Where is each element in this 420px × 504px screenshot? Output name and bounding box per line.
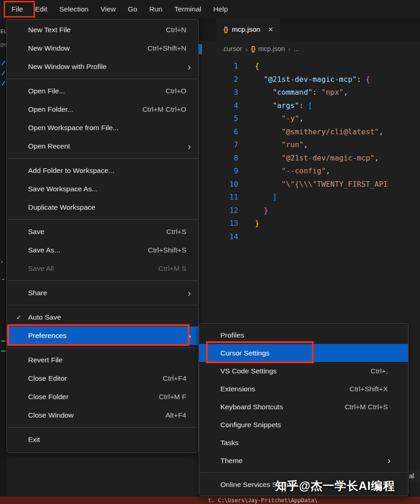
menu-item-save[interactable]: SaveCtrl+S <box>7 223 198 241</box>
menu-item-label: Revert File <box>28 356 186 364</box>
menubar-item-help[interactable]: Help <box>207 0 234 18</box>
shortcut-label: Alt+F4 <box>166 411 198 419</box>
line-number: 13 <box>199 217 238 230</box>
line-content: "--config", <box>255 165 330 178</box>
breadcrumb: .cursor › {} mcp.json › ... <box>199 40 420 57</box>
blue-indicator <box>199 44 202 54</box>
line-number: 8 <box>199 152 238 165</box>
menu-item-new-text-file[interactable]: New Text FileCtrl+N <box>7 21 198 39</box>
menubar-item-view[interactable]: View <box>94 0 121 18</box>
breadcrumb-folder[interactable]: .cursor <box>222 45 242 52</box>
code-line: 9 "--config", <box>199 165 420 178</box>
line-number: 3 <box>199 86 238 99</box>
menu-item-configure-snippets[interactable]: Configure Snippets <box>199 416 408 434</box>
line-number: 9 <box>199 165 238 178</box>
line-number: 6 <box>199 126 238 139</box>
menu-item-new-window-with-profile[interactable]: New Window with Profile› <box>7 57 198 76</box>
submenu-arrow-icon: › <box>188 62 198 72</box>
chevron-right-icon: › <box>245 45 247 53</box>
menu-separator <box>7 158 198 159</box>
menu-item-open-folder[interactable]: Open Folder...Ctrl+M Ctrl+O <box>7 100 198 119</box>
shortcut-label: Ctrl+Shift+S <box>148 246 198 254</box>
json-file-icon: {} <box>251 45 255 52</box>
menu-item-duplicate-workspace[interactable]: Duplicate Workspace <box>7 198 198 217</box>
line-content: "run", <box>255 138 308 152</box>
menu-item-add-folder-to-workspace[interactable]: Add Folder to Workspace... <box>7 161 198 180</box>
code-line: 6 "@smithery/cli@latest", <box>199 126 420 139</box>
line-content: { <box>255 60 259 73</box>
menu-item-label: Auto Save <box>28 313 186 321</box>
menu-item-new-window[interactable]: New WindowCtrl+Shift+N <box>7 39 198 57</box>
menu-item-extensions[interactable]: ExtensionsCtrl+Shift+X <box>199 380 408 398</box>
menu-item-label: Configure Snippets <box>220 421 388 429</box>
menubar-item-terminal[interactable]: Terminal <box>168 0 207 18</box>
sidebar-percent-fragment: 0% <box>0 42 6 48</box>
menubar-item-edit[interactable]: Edit <box>29 0 53 18</box>
menu-item-label: Cursor Settings <box>220 349 388 357</box>
menu-item-label: Open Workspace from File... <box>28 124 186 132</box>
menu-item-exit[interactable]: Exit <box>7 430 198 449</box>
menubar-item-go[interactable]: Go <box>122 0 144 18</box>
line-content: "args": [ <box>255 99 312 113</box>
menu-item-save-as[interactable]: Save As...Ctrl+Shift+S <box>7 241 198 259</box>
menu-item-preferences[interactable]: Preferences› <box>7 326 198 345</box>
menu-item-label: Save <box>28 228 167 236</box>
menu-item-vs-code-settings[interactable]: VS Code SettingsCtrl+, <box>199 362 408 380</box>
line-number: 10 <box>199 178 238 191</box>
code-line: 1{ <box>199 60 420 73</box>
menu-item-close-editor[interactable]: Close EditorCtrl+F4 <box>7 369 198 388</box>
menubar-item-file[interactable]: File <box>6 0 29 18</box>
menu-item-open-recent[interactable]: Open Recent› <box>7 137 198 155</box>
tab-close-icon[interactable]: × <box>268 25 273 34</box>
menu-item-label: New Window with Profile <box>28 63 188 71</box>
menu-item-label: New Text File <box>28 26 166 34</box>
menu-item-label: Add Folder to Workspace... <box>28 166 186 175</box>
git-indicator <box>1 350 6 352</box>
shortcut-label: Ctrl+O <box>166 87 198 95</box>
panel-corner-fragment: al <box>409 470 420 482</box>
breadcrumb-symbol[interactable]: ... <box>293 45 299 52</box>
menu-item-auto-save[interactable]: ✓Auto Save <box>7 308 198 326</box>
menubar-item-run[interactable]: Run <box>143 0 168 18</box>
menu-item-label: Close Editor <box>28 374 163 383</box>
sidebar-text-fragment: EL <box>0 29 6 34</box>
line-content: "@21st-dev/magic-mcp", <box>255 152 379 165</box>
shortcut-label: Ctrl+Shift+N <box>148 44 198 52</box>
menu-item-profiles[interactable]: Profiles <box>199 326 408 344</box>
menu-item-theme[interactable]: Theme› <box>199 452 408 470</box>
menu-item-revert-file[interactable]: Revert File <box>7 351 198 369</box>
menu-item-open-file[interactable]: Open File...Ctrl+O <box>7 82 198 100</box>
code-line: 5 "-y", <box>199 112 420 126</box>
submenu-arrow-icon: › <box>387 455 408 466</box>
menu-item-label: New Window <box>28 44 148 52</box>
menu-item-close-folder[interactable]: Close FolderCtrl+M F <box>7 388 198 406</box>
submenu-arrow-icon: › <box>188 288 198 298</box>
menu-item-save-all: Save AllCtrl+M S <box>7 259 198 278</box>
menu-item-share[interactable]: Share› <box>7 284 198 302</box>
menu-item-tasks[interactable]: Tasks <box>199 434 408 452</box>
menu-item-keyboard-shortcuts[interactable]: Keyboard ShortcutsCtrl+M Ctrl+S <box>199 398 408 416</box>
line-content: } <box>255 217 259 230</box>
menu-item-label: Open Folder... <box>28 105 142 114</box>
menu-item-open-workspace-from-file[interactable]: Open Workspace from File... <box>7 119 198 137</box>
line-number: 14 <box>199 230 238 244</box>
menu-item-cursor-settings[interactable]: Cursor Settings <box>199 344 408 362</box>
git-indicator <box>1 340 6 342</box>
menu-item-label: Keyboard Shortcuts <box>220 403 345 411</box>
tab-mcp-json[interactable]: {} mcp.json × <box>216 18 280 40</box>
code-line: 12 } <box>199 204 420 218</box>
menu-item-label: Close Folder <box>28 393 159 401</box>
menu-item-label: Profiles <box>220 331 388 339</box>
menu-item-save-workspace-as[interactable]: Save Workspace As... <box>7 180 198 198</box>
line-content: "-y", <box>255 112 304 126</box>
line-number: 5 <box>199 112 238 126</box>
code-line: 3 "command": "npx", <box>199 86 420 99</box>
menu-item-close-window[interactable]: Close WindowAlt+F4 <box>7 406 198 424</box>
menu-bar: FileEditSelectionViewGoRunTerminalHelp <box>0 0 420 18</box>
menu-item-label: Open File... <box>28 87 166 95</box>
file-menu-dropdown: New Text FileCtrl+NNew WindowCtrl+Shift+… <box>6 19 199 453</box>
menubar-item-selection[interactable]: Selection <box>53 0 95 18</box>
json-file-icon: {} <box>224 26 228 33</box>
menu-item-label: Theme <box>220 457 387 465</box>
breadcrumb-file[interactable]: mcp.json <box>258 45 285 52</box>
